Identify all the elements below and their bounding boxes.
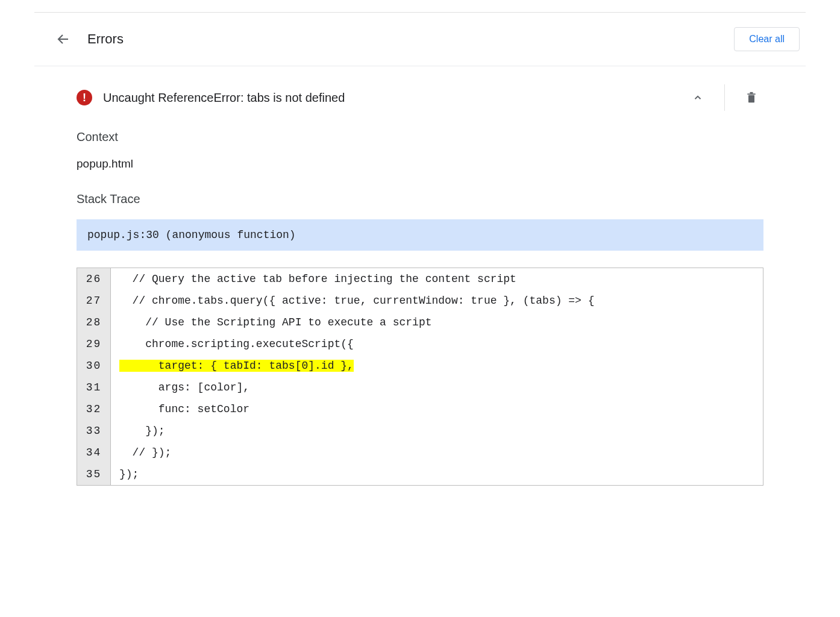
code-row: 29 chrome.scripting.executeScript({: [77, 333, 763, 355]
svg-rect-3: [750, 92, 753, 94]
page-header: Errors Clear all: [34, 13, 806, 66]
code-row: 28 // Use the Scripting API to execute a…: [77, 312, 763, 333]
code-block: 26 // Query the active tab before inject…: [77, 268, 763, 486]
page-title: Errors: [87, 31, 124, 47]
stack-location: popup.js:30 (anonymous function): [77, 219, 763, 251]
code-row: 34 // });: [77, 442, 763, 463]
code-row: 33 });: [77, 420, 763, 442]
trash-icon[interactable]: [739, 86, 763, 110]
code-line: chrome.scripting.executeScript({: [111, 333, 763, 355]
context-value: popup.html: [77, 157, 763, 171]
code-line: target: { tabId: tabs[0].id },: [111, 355, 763, 377]
line-number: 33: [77, 420, 111, 442]
context-heading: Context: [77, 130, 763, 144]
back-arrow-icon[interactable]: [56, 32, 71, 46]
code-row: 26 // Query the active tab before inject…: [77, 268, 763, 290]
stack-trace-heading: Stack Trace: [77, 192, 763, 206]
line-number: 34: [77, 442, 111, 463]
code-line: // Query the active tab before injecting…: [111, 268, 763, 290]
error-section: ! Uncaught ReferenceError: tabs is not d…: [34, 66, 806, 510]
code-line: });: [111, 463, 763, 485]
code-row: 32 func: setColor: [77, 398, 763, 420]
code-row: 31 args: [color],: [77, 377, 763, 398]
line-number: 29: [77, 333, 111, 355]
code-row: 35});: [77, 463, 763, 485]
code-row: 27 // chrome.tabs.query({ active: true, …: [77, 290, 763, 312]
line-number: 27: [77, 290, 111, 312]
svg-rect-1: [748, 95, 754, 103]
code-line: });: [111, 420, 763, 442]
code-line: args: [color],: [111, 377, 763, 398]
line-number: 28: [77, 312, 111, 333]
line-number: 31: [77, 377, 111, 398]
line-number: 26: [77, 268, 111, 290]
code-line: func: setColor: [111, 398, 763, 420]
clear-all-button[interactable]: Clear all: [734, 27, 800, 51]
code-line: // chrome.tabs.query({ active: true, cur…: [111, 290, 763, 312]
divider: [724, 84, 725, 111]
code-line: // });: [111, 442, 763, 463]
line-number: 30: [77, 355, 111, 377]
line-number: 35: [77, 463, 111, 485]
error-header: ! Uncaught ReferenceError: tabs is not d…: [77, 66, 763, 125]
collapse-chevron-icon[interactable]: [686, 86, 710, 110]
svg-rect-2: [747, 93, 755, 95]
code-line: // Use the Scripting API to execute a sc…: [111, 312, 763, 333]
code-row: 30 target: { tabId: tabs[0].id },: [77, 355, 763, 377]
error-message: Uncaught ReferenceError: tabs is not def…: [103, 91, 345, 105]
error-badge-icon: !: [77, 90, 92, 105]
line-number: 32: [77, 398, 111, 420]
